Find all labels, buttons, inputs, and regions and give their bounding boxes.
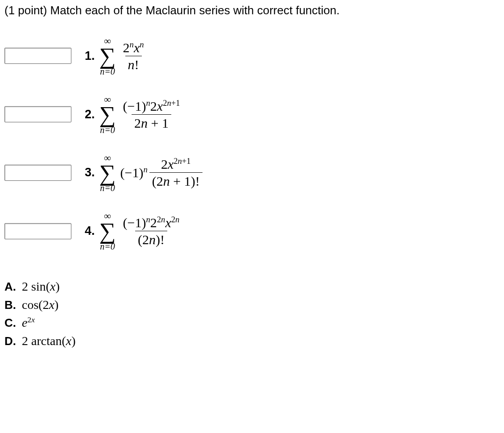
answer-input-3[interactable] <box>4 165 71 181</box>
numerator-3: 2x2n+1 <box>158 157 194 172</box>
option-label-c: C. <box>4 316 16 329</box>
series-3: ∞ ∑ n=0 (−1)n 2x2n+1 (2n + 1)! <box>99 153 202 193</box>
option-a: A. 2 sin(x) <box>4 278 500 296</box>
denominator-3: (2n + 1)! <box>149 172 202 188</box>
numerator-1: 2nxn <box>120 40 147 56</box>
series-4: ∞ ∑ n=0 (−1)n22nx2n (2n)! <box>99 211 182 251</box>
option-c: C. e2x <box>4 314 500 332</box>
match-row-1: 1. ∞ ∑ n=0 2nxn n! <box>4 36 500 76</box>
sigma-symbol: ∑ <box>99 163 116 184</box>
series-1: ∞ ∑ n=0 2nxn n! <box>99 36 147 76</box>
option-value-c: e2x <box>22 316 35 329</box>
option-label-b: B. <box>4 298 16 312</box>
sigma-bottom: n=0 <box>100 242 115 251</box>
option-b: B. cos(2x) <box>4 296 500 314</box>
option-value-d: 2 arctan(x) <box>22 334 75 348</box>
series-2: ∞ ∑ n=0 (−1)n2x2n+1 2n + 1 <box>99 95 183 134</box>
item-label-2: 2. <box>85 108 95 121</box>
instruction-text: (1 point) Match each of the Maclaurin se… <box>4 4 500 17</box>
sigma-symbol: ∑ <box>99 46 116 67</box>
answer-options: A. 2 sin(x) B. cos(2x) C. e2x D. 2 arcta… <box>4 278 500 350</box>
item-label-4: 4. <box>85 224 95 238</box>
sigma-bottom: n=0 <box>100 183 115 192</box>
item-label-1: 1. <box>85 49 95 63</box>
option-label-a: A. <box>4 280 16 293</box>
numerator-2: (−1)n2x2n+1 <box>120 99 183 114</box>
option-d: D. 2 arctan(x) <box>4 332 500 350</box>
option-value-b: cos(2x) <box>22 298 58 312</box>
sigma-symbol: ∑ <box>99 221 116 242</box>
match-row-2: 2. ∞ ∑ n=0 (−1)n2x2n+1 2n + 1 <box>4 95 500 134</box>
answer-input-4[interactable] <box>4 223 71 239</box>
denominator-2: 2n + 1 <box>132 114 171 130</box>
match-row-3: 3. ∞ ∑ n=0 (−1)n 2x2n+1 (2n + 1)! <box>4 153 500 193</box>
option-value-a: 2 sin(x) <box>22 279 60 293</box>
item-label-3: 3. <box>85 166 95 179</box>
numerator-4: (−1)n22nx2n <box>120 215 182 231</box>
answer-input-2[interactable] <box>4 106 71 122</box>
sigma-symbol: ∑ <box>99 104 116 125</box>
denominator-4: (2n)! <box>135 231 167 247</box>
sigma-bottom: n=0 <box>100 125 115 134</box>
sigma-bottom: n=0 <box>100 67 115 76</box>
option-label-d: D. <box>4 334 16 348</box>
denominator-1: n! <box>125 56 142 72</box>
pre-term-3: (−1)n <box>120 165 148 180</box>
match-row-4: 4. ∞ ∑ n=0 (−1)n22nx2n (2n)! <box>4 211 500 251</box>
answer-input-1[interactable] <box>4 48 71 64</box>
